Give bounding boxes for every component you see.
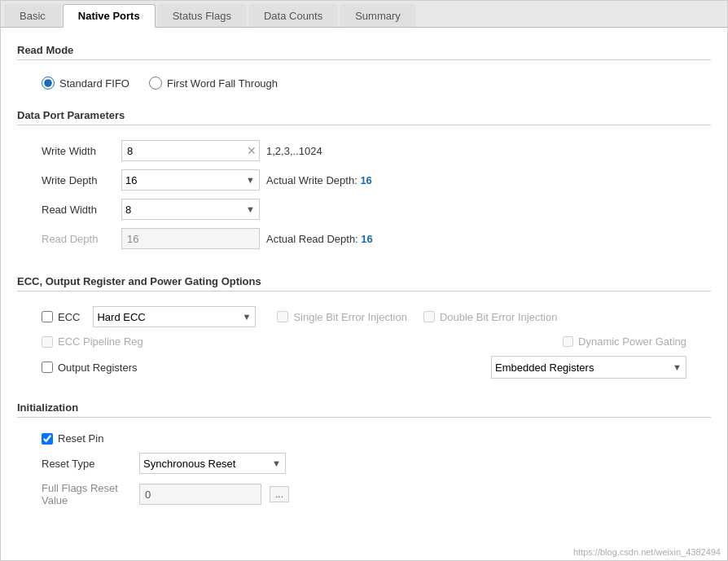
radio-first-word-label: First Word Fall Through	[167, 77, 278, 90]
ecc-pipeline-wrapper: ECC Pipeline Reg	[42, 335, 229, 348]
full-flags-label: Full Flags Reset Value	[42, 482, 131, 506]
reset-type-label: Reset Type	[42, 458, 131, 470]
full-flags-dots-btn[interactable]: ...	[270, 486, 289, 502]
init-section: Reset Pin Reset Type Synchronous Reset A…	[17, 426, 711, 518]
write-width-clear-btn[interactable]: ✕	[247, 145, 257, 156]
ecc-select-wrapper: Hard ECC Soft ECC ▼	[93, 306, 256, 327]
tab-basic[interactable]: Basic	[4, 4, 61, 27]
write-depth-label: Write Depth	[42, 174, 115, 186]
read-mode-title: Read Mode	[17, 44, 711, 60]
data-port-title: Data Port Parameters	[17, 109, 711, 125]
output-reg-checkbox[interactable]	[42, 362, 53, 373]
actual-read-depth-value: 16	[361, 233, 372, 245]
read-width-row: Read Width 8 16 32 ▼	[42, 199, 686, 220]
output-reg-type-select[interactable]: Embedded Registers Fabric Registers	[491, 356, 686, 379]
write-width-input-wrapper: ✕	[121, 140, 260, 161]
double-bit-checkbox	[423, 311, 435, 322]
read-width-select[interactable]: 8 16 32	[121, 199, 260, 220]
single-bit-label: Single Bit Error Injection	[293, 311, 406, 323]
write-width-label: Write Width	[42, 145, 115, 157]
read-depth-label: Read Depth	[42, 233, 115, 245]
ecc-checkbox[interactable]	[42, 311, 53, 322]
write-width-input[interactable]	[121, 140, 260, 161]
tab-summary[interactable]: Summary	[340, 4, 416, 27]
reset-type-row: Reset Type Synchronous Reset Asynchronou…	[42, 453, 686, 474]
init-title: Initialization	[17, 401, 711, 418]
read-depth-input	[121, 228, 260, 249]
read-mode-group: Standard FIFO First Word Fall Through	[17, 68, 711, 98]
write-depth-row: Write Depth 16 32 64 ▼ Actual Write Dept…	[42, 169, 686, 191]
radio-first-word[interactable]: First Word Fall Through	[149, 77, 278, 90]
ecc-section: ECC Hard ECC Soft ECC ▼ Single Bit Error…	[17, 300, 711, 390]
full-flags-input	[139, 484, 261, 505]
ecc-label-text: ECC	[58, 311, 80, 323]
output-reg-select-wrapper: Embedded Registers Fabric Registers ▼	[491, 356, 686, 379]
tab-native-ports[interactable]: Native Ports	[63, 4, 156, 28]
write-depth-hint: Actual Write Depth: 16	[266, 174, 372, 186]
reset-pin-checkbox-label[interactable]: Reset Pin	[42, 432, 103, 445]
watermark: https://blog.csdn.net/weixin_4382494	[1, 546, 727, 560]
single-bit-option: Single Bit Error Injection	[277, 311, 406, 323]
main-content: Read Mode Standard FIFO First Word Fall …	[1, 28, 727, 546]
full-flags-row: Full Flags Reset Value ...	[42, 482, 686, 506]
read-width-select-wrapper: 8 16 32 ▼	[121, 199, 260, 220]
output-reg-checkbox-label[interactable]: Output Registers	[42, 362, 138, 374]
output-reg-label: Output Registers	[58, 362, 138, 374]
radio-standard-fifo[interactable]: Standard FIFO	[42, 77, 129, 90]
ecc-type-select[interactable]: Hard ECC Soft ECC	[93, 306, 256, 327]
output-reg-row: Output Registers Embedded Registers Fabr…	[42, 356, 686, 379]
reset-pin-label: Reset Pin	[58, 432, 103, 445]
reset-type-select-wrapper: Synchronous Reset Asynchronous Reset ▼	[139, 453, 286, 474]
write-width-hint: 1,2,3,..1024	[266, 145, 322, 157]
actual-write-depth-value: 16	[360, 174, 371, 186]
tab-bar: Basic Native Ports Status Flags Data Cou…	[1, 1, 727, 28]
reset-pin-row: Reset Pin	[42, 432, 686, 445]
ecc-checkbox-label[interactable]: ECC	[42, 311, 80, 323]
ecc-row1: ECC Hard ECC Soft ECC ▼ Single Bit Error…	[42, 306, 686, 327]
radio-standard-fifo-label: Standard FIFO	[59, 77, 129, 90]
tab-data-counts[interactable]: Data Counts	[248, 4, 338, 27]
dynamic-power-wrapper: Dynamic Power Gating	[563, 335, 686, 348]
write-width-row: Write Width ✕ 1,2,3,..1024	[42, 140, 686, 161]
dynamic-power-label: Dynamic Power Gating	[578, 335, 686, 348]
reset-type-select[interactable]: Synchronous Reset Asynchronous Reset	[139, 453, 286, 474]
ecc-title: ECC, Output Register and Power Gating Op…	[17, 275, 711, 291]
radio-standard-fifo-input[interactable]	[42, 77, 55, 90]
double-bit-label: Double Bit Error Injection	[440, 311, 558, 323]
write-depth-select[interactable]: 16 32 64	[121, 169, 260, 191]
read-width-label: Read Width	[42, 204, 115, 216]
dynamic-power-checkbox	[563, 336, 573, 347]
radio-first-word-input[interactable]	[149, 77, 162, 90]
tab-status-flags[interactable]: Status Flags	[157, 4, 247, 27]
reset-pin-checkbox[interactable]	[42, 433, 53, 445]
double-bit-option: Double Bit Error Injection	[423, 311, 558, 323]
single-bit-checkbox	[277, 311, 288, 322]
read-depth-input-wrapper	[121, 228, 260, 249]
ecc-pipeline-checkbox	[42, 336, 53, 348]
ecc-row2: ECC Pipeline Reg Dynamic Power Gating	[42, 335, 686, 348]
ecc-pipeline-label: ECC Pipeline Reg	[58, 335, 143, 348]
params-section: Write Width ✕ 1,2,3,..1024 Write Depth 1…	[17, 134, 711, 264]
write-depth-select-wrapper: 16 32 64 ▼	[121, 169, 260, 191]
read-depth-row: Read Depth Actual Read Depth: 16	[42, 228, 686, 249]
read-depth-hint: Actual Read Depth: 16	[266, 233, 373, 245]
